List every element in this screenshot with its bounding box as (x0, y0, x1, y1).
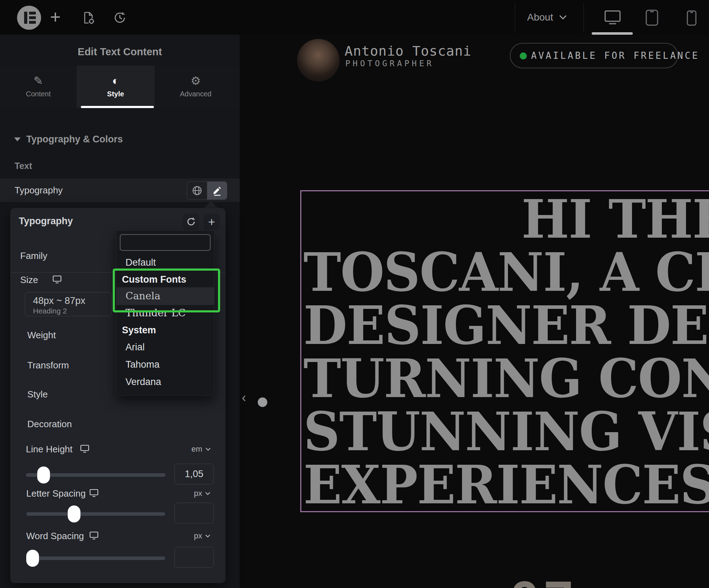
line-height-unit: em (191, 445, 202, 454)
pencil-icon: ✎ (3, 74, 74, 88)
mobile-icon (686, 10, 698, 26)
edit-pencil-icon (212, 185, 222, 196)
add-style-button[interactable]: + (203, 214, 220, 230)
global-styles-button[interactable] (187, 182, 207, 199)
word-spacing-unit-select[interactable]: px (194, 531, 211, 541)
page-settings-icon (82, 11, 96, 25)
tab-content[interactable]: ✎ Content (3, 74, 74, 98)
tab-style-label: Style (80, 90, 151, 98)
panel-collapse-button[interactable]: ‹ (242, 390, 246, 405)
tablet-icon (644, 9, 659, 27)
word-spacing-slider[interactable] (26, 556, 165, 560)
tab-content-label: Content (3, 90, 74, 98)
word-spacing-label: Word Spacing (26, 531, 84, 542)
elementor-menu-button[interactable] (17, 6, 41, 30)
letter-spacing-slider-knob[interactable] (68, 505, 80, 522)
line-height-slider-knob[interactable] (37, 467, 50, 484)
font-group-custom-fonts: Custom Fonts (116, 271, 214, 288)
typography-row-buttons (187, 181, 227, 200)
font-option-canela[interactable]: Canela (116, 287, 214, 305)
device-desktop-active-indicator (592, 32, 633, 35)
availability-badge-label: AVAILABLE FOR FREELANCE (531, 44, 699, 68)
add-element-button[interactable]: + (50, 6, 61, 28)
word-spacing-input[interactable] (174, 547, 214, 568)
avatar (297, 39, 340, 81)
letter-spacing-unit-select[interactable]: px (194, 489, 211, 498)
size-value-box[interactable]: 48px ~ 87px Heading 2 (25, 292, 112, 316)
letter-spacing-unit: px (194, 489, 202, 498)
line-height-label: Line Height (26, 444, 73, 455)
history-button[interactable] (113, 11, 127, 25)
font-option-thunder-lc[interactable]: Thunder LC (116, 304, 214, 322)
hero-line: STUNNING VISU (303, 405, 709, 458)
decoration-label: Decoration (27, 419, 72, 430)
letter-spacing-slider[interactable] (26, 512, 165, 516)
plus-icon: + (208, 215, 215, 229)
word-spacing-slider-knob[interactable] (26, 550, 39, 567)
typography-row-label: Typography (15, 185, 63, 196)
device-mobile-button[interactable] (686, 10, 698, 26)
chevron-left-icon: ‹ (242, 390, 246, 405)
reset-icon (186, 217, 196, 227)
line-height-slider[interactable] (26, 473, 166, 477)
device-tablet-button[interactable] (644, 9, 659, 27)
collapse-caret-icon (14, 137, 21, 141)
desktop-icon (603, 9, 622, 26)
transform-label: Transform (27, 360, 69, 371)
section-typography-colors[interactable]: Typography & Colors (14, 134, 123, 145)
size-label: Size (20, 275, 38, 285)
drag-handle-dot[interactable] (258, 397, 267, 407)
letter-spacing-label: Letter Spacing (26, 488, 86, 499)
chevron-down-icon (205, 447, 211, 451)
hero-line: TOSCANI, A CRE (303, 245, 709, 299)
tab-style[interactable]: ◐ Style (80, 74, 151, 98)
font-option-tahoma[interactable]: Tahoma (116, 356, 214, 373)
font-option-verdana[interactable]: Verdana (116, 373, 214, 391)
hero-line: TURNING CONC (303, 352, 709, 405)
chevron-down-icon (205, 534, 211, 538)
globe-icon (192, 185, 202, 196)
chevron-down-icon (559, 15, 567, 20)
edit-typography-button[interactable] (207, 182, 227, 199)
chevron-down-icon (205, 492, 211, 496)
availability-badge: AVAILABLE FOR FREELANCE (510, 43, 678, 68)
tab-advanced[interactable]: ⚙ Advanced (160, 74, 231, 98)
history-icon (113, 11, 127, 25)
hero-line: DESIGNER DED (303, 299, 709, 352)
site-owner-role: PHOTOGRAPHER (345, 59, 434, 68)
monitor-icon (89, 531, 99, 540)
device-desktop-button[interactable] (603, 9, 622, 26)
tab-style-underline (81, 106, 154, 108)
line-height-unit-select[interactable]: em (191, 445, 211, 454)
reset-style-button[interactable] (183, 214, 199, 230)
page-settings-button[interactable] (82, 11, 96, 25)
monitor-icon (52, 275, 62, 284)
section-counter: 07 (510, 570, 577, 588)
text-group-label: Text (15, 161, 32, 171)
contrast-icon: ◐ (80, 74, 151, 88)
typography-control-row: Typography (0, 179, 240, 202)
monitor-icon (89, 489, 99, 497)
size-value: 48px ~ 87px (33, 295, 85, 306)
letter-spacing-input[interactable] (174, 503, 214, 524)
style-label: Style (27, 389, 48, 400)
status-dot-icon (520, 52, 527, 60)
line-height-value: 1,05 (185, 469, 203, 480)
line-height-input[interactable]: 1,05 (174, 464, 214, 485)
site-owner-name: Antonio Toscani (345, 43, 471, 59)
font-option-default[interactable]: Default (116, 254, 214, 271)
font-group-system: System (116, 321, 214, 339)
section-title: Typography & Colors (26, 134, 123, 145)
weight-label: Weight (27, 330, 56, 341)
tab-advanced-label: Advanced (160, 90, 231, 98)
font-search-input[interactable] (120, 234, 211, 251)
top-toolbar: + About (0, 0, 709, 35)
hero-line: EXPERIENCES. (303, 458, 709, 511)
font-option-arial[interactable]: Arial (116, 338, 214, 356)
about-label: About (527, 12, 553, 23)
popup-title: Typography (19, 216, 73, 227)
gear-icon: ⚙ (160, 74, 231, 88)
size-preset: Heading 2 (33, 307, 67, 315)
about-menu[interactable]: About (527, 12, 567, 23)
family-label: Family (20, 250, 48, 261)
